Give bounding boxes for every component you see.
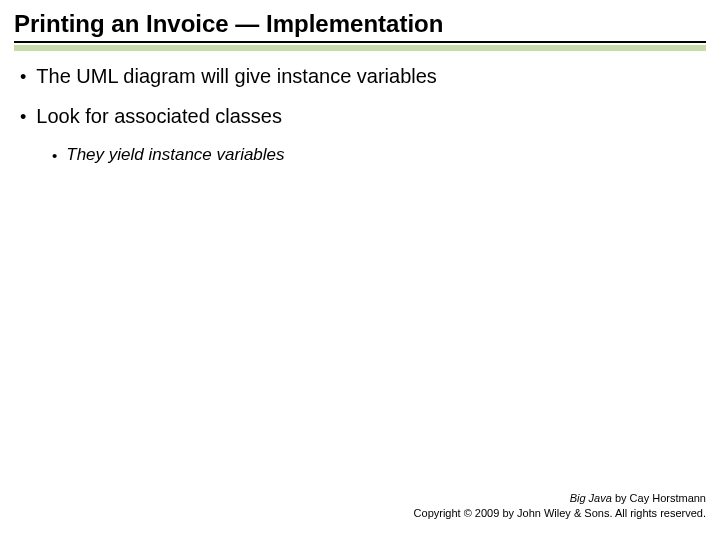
- bullet-level1: • Look for associated classes: [20, 105, 706, 129]
- footer-line1: Big Java by Cay Horstmann: [414, 491, 706, 505]
- content-area: • The UML diagram will give instance var…: [14, 65, 706, 167]
- title-accent-line: [14, 45, 706, 51]
- footer-book-title: Big Java: [570, 492, 612, 504]
- slide-container: Printing an Invoice — Implementation • T…: [0, 0, 720, 540]
- bullet-dot-icon: •: [20, 105, 26, 129]
- bullet-dot-icon: •: [20, 65, 26, 89]
- bullet-text: The UML diagram will give instance varia…: [36, 65, 437, 88]
- footer-copyright: Copyright © 2009 by John Wiley & Sons. A…: [414, 506, 706, 520]
- footer-author: by Cay Horstmann: [612, 492, 706, 504]
- bullet-level1: • The UML diagram will give instance var…: [20, 65, 706, 89]
- bullet-level2: • They yield instance variables: [52, 145, 706, 167]
- footer: Big Java by Cay Horstmann Copyright © 20…: [414, 491, 706, 520]
- bullet-dot-icon: •: [52, 145, 57, 167]
- page-title: Printing an Invoice — Implementation: [14, 10, 706, 43]
- bullet-text: Look for associated classes: [36, 105, 282, 128]
- bullet-text: They yield instance variables: [66, 145, 284, 165]
